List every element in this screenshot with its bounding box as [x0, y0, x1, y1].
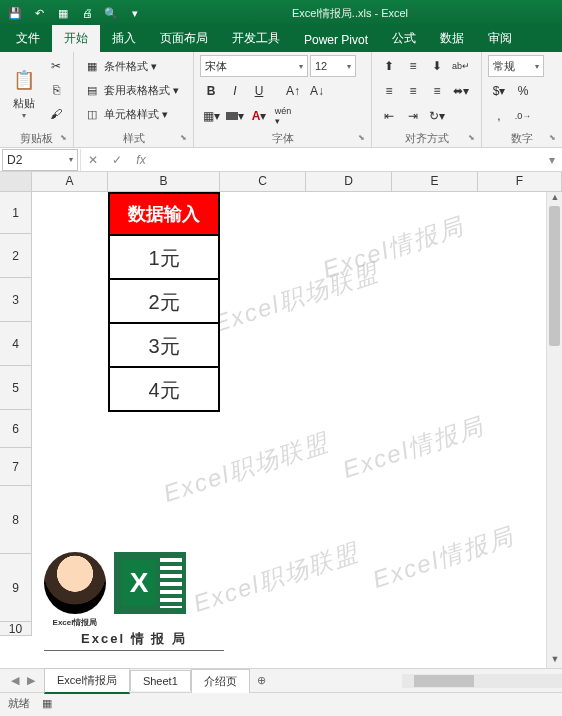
paste-button[interactable]: 📋 粘贴 ▾	[6, 55, 41, 131]
sheet-tab[interactable]: 介绍页	[191, 669, 250, 693]
col-header-C[interactable]: C	[220, 172, 306, 191]
tab-formulas[interactable]: 公式	[380, 25, 428, 52]
clipboard-icon: 📋	[10, 66, 38, 94]
cell-style-icon: ◫	[84, 106, 100, 122]
row-header-9[interactable]: 9	[0, 554, 32, 622]
comma-button[interactable]: ,	[488, 105, 510, 127]
align-center-button[interactable]: ≡	[402, 80, 424, 102]
scroll-thumb[interactable]	[549, 206, 560, 346]
bold-button[interactable]: B	[200, 80, 222, 102]
tab-file[interactable]: 文件	[4, 25, 52, 52]
confirm-formula-icon[interactable]: ✓	[105, 153, 129, 167]
orientation-button[interactable]: ↻▾	[426, 105, 448, 127]
group-clipboard: 剪贴板	[6, 131, 67, 147]
increase-decimal-button[interactable]: .0→	[512, 105, 534, 127]
font-color-button[interactable]: A▾	[248, 105, 270, 127]
row-header-10[interactable]: 10	[0, 622, 32, 636]
row-header-6[interactable]: 6	[0, 410, 32, 448]
col-header-B[interactable]: B	[108, 172, 220, 191]
format-painter-icon[interactable]: 🖌	[45, 103, 67, 125]
group-styles: 样式	[80, 131, 187, 147]
preview-icon[interactable]: 🔍	[102, 7, 120, 20]
align-bottom-button[interactable]: ⬇	[426, 55, 448, 77]
select-all-corner[interactable]	[0, 172, 32, 191]
increase-font-button[interactable]: A↑	[282, 80, 304, 102]
data-cell[interactable]: 2元	[110, 278, 218, 322]
col-header-F[interactable]: F	[478, 172, 562, 191]
tab-pagelayout[interactable]: 页面布局	[148, 25, 220, 52]
increase-indent-button[interactable]: ⇥	[402, 105, 424, 127]
align-left-button[interactable]: ≡	[378, 80, 400, 102]
undo-icon[interactable]: ↶	[30, 7, 48, 20]
expand-formula-icon[interactable]: ▾	[542, 153, 562, 167]
save-icon[interactable]: 💾	[6, 7, 24, 20]
italic-button[interactable]: I	[224, 80, 246, 102]
align-middle-button[interactable]: ≡	[402, 55, 424, 77]
data-header-cell[interactable]: 数据输入	[110, 194, 218, 234]
underline-button[interactable]: U	[248, 80, 270, 102]
font-name-select[interactable]: 宋体▾	[200, 55, 308, 77]
macro-record-icon[interactable]: ▦	[42, 697, 52, 710]
sheet-tab[interactable]: Sheet1	[130, 670, 191, 691]
data-cell[interactable]: 3元	[110, 322, 218, 366]
row-header-7[interactable]: 7	[0, 448, 32, 486]
col-header-A[interactable]: A	[32, 172, 108, 191]
name-box[interactable]: D2▾	[2, 149, 78, 171]
fill-color-button[interactable]: ▾	[224, 105, 246, 127]
currency-button[interactable]: $▾	[488, 80, 510, 102]
cell-grid[interactable]: 数据输入 1元 2元 3元 4元 Excel 情 报 局	[32, 192, 562, 636]
border-button[interactable]: ▦▾	[200, 105, 222, 127]
percent-button[interactable]: %	[512, 80, 534, 102]
sheet-nav-next-icon[interactable]: ▶	[24, 674, 38, 687]
cut-icon[interactable]: ✂	[45, 55, 67, 77]
quick-access-toolbar: 💾 ↶ ▦ 🖨 🔍 ▾	[6, 7, 144, 20]
tab-powerpivot[interactable]: Power Pivot	[292, 28, 380, 52]
grid-icon[interactable]: ▦	[54, 7, 72, 20]
row-header-3[interactable]: 3	[0, 278, 32, 322]
col-header-D[interactable]: D	[306, 172, 392, 191]
data-cell[interactable]: 1元	[110, 234, 218, 278]
align-top-button[interactable]: ⬆	[378, 55, 400, 77]
tab-home[interactable]: 开始	[52, 25, 100, 52]
sheet-tab[interactable]: Excel情报局	[44, 668, 130, 694]
status-ready: 就绪	[8, 696, 30, 711]
col-header-E[interactable]: E	[392, 172, 478, 191]
tab-review[interactable]: 审阅	[476, 25, 524, 52]
qat-more-icon[interactable]: ▾	[126, 7, 144, 20]
cancel-formula-icon[interactable]: ✕	[81, 153, 105, 167]
wrap-text-button[interactable]: ab↵	[450, 55, 472, 77]
scroll-down-icon[interactable]: ▼	[547, 654, 562, 668]
vertical-scrollbar[interactable]: ▲ ▼	[546, 192, 562, 668]
tab-insert[interactable]: 插入	[100, 25, 148, 52]
row-header-4[interactable]: 4	[0, 322, 32, 366]
row-header-5[interactable]: 5	[0, 366, 32, 410]
brand-label: Excel 情 报 局	[44, 630, 224, 651]
add-sheet-icon[interactable]: ⊕	[250, 674, 274, 687]
row-header-8[interactable]: 8	[0, 486, 32, 554]
data-cell[interactable]: 4元	[110, 366, 218, 410]
row-header-1[interactable]: 1	[0, 192, 32, 234]
row-header-2[interactable]: 2	[0, 234, 32, 278]
formula-input[interactable]	[153, 150, 542, 170]
tab-developer[interactable]: 开发工具	[220, 25, 292, 52]
copy-icon[interactable]: ⎘	[45, 79, 67, 101]
scroll-up-icon[interactable]: ▲	[547, 192, 562, 206]
decrease-indent-button[interactable]: ⇤	[378, 105, 400, 127]
table-format-button[interactable]: ▤套用表格格式 ▾	[80, 79, 187, 101]
merge-button[interactable]: ⬌▾	[450, 80, 472, 102]
align-right-button[interactable]: ≡	[426, 80, 448, 102]
horizontal-scrollbar[interactable]	[402, 674, 562, 688]
conditional-format-button[interactable]: ▦条件格式 ▾	[80, 55, 187, 77]
decrease-font-button[interactable]: A↓	[306, 80, 328, 102]
number-format-select[interactable]: 常规▾	[488, 55, 544, 77]
font-size-select[interactable]: 12▾	[310, 55, 356, 77]
tab-data[interactable]: 数据	[428, 25, 476, 52]
print-icon[interactable]: 🖨	[78, 7, 96, 19]
data-table: 数据输入 1元 2元 3元 4元	[108, 192, 220, 412]
group-number: 数字	[488, 131, 556, 147]
cell-styles-button[interactable]: ◫单元格样式 ▾	[80, 103, 187, 125]
fx-icon[interactable]: fx	[129, 153, 153, 167]
sheet-nav-prev-icon[interactable]: ◀	[8, 674, 22, 687]
column-headers: A B C D E F	[0, 172, 562, 192]
phonetic-button[interactable]: wén▾	[272, 105, 294, 127]
